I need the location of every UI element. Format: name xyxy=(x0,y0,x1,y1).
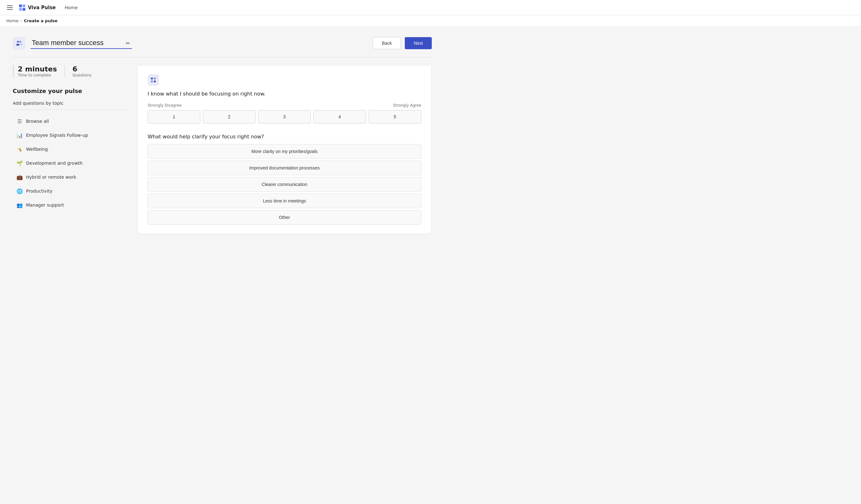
time-value: 2 minutes xyxy=(18,65,57,73)
svg-rect-3 xyxy=(23,8,25,11)
question2-text: What would help clarify your focus right… xyxy=(148,134,421,140)
productivity-icon: 🌐 xyxy=(16,188,23,194)
scale-labels: Strongly Disagree Strongly Agree xyxy=(148,103,421,108)
time-stat: 2 minutes Time to complete xyxy=(18,65,65,78)
topic-label-browse-all: Browse all xyxy=(26,119,49,124)
choice-btn-meetings[interactable]: Less time in meetings xyxy=(148,194,421,208)
customize-title: Customize your pulse xyxy=(13,88,127,94)
hybrid-icon: 💼 xyxy=(16,174,23,180)
scale-low-label: Strongly Disagree xyxy=(148,103,182,108)
people-icon xyxy=(16,40,23,47)
svg-rect-7 xyxy=(154,78,156,80)
questions-value: 6 xyxy=(72,65,92,73)
nav-home-link[interactable]: Home xyxy=(65,5,78,10)
topic-label-hybrid: Hybrid or remote work xyxy=(26,174,76,180)
topic-item-development[interactable]: 🌱 Development and growth xyxy=(13,157,127,169)
employee-signals-icon: 📊 xyxy=(16,132,23,138)
main-layout: 2 minutes Time to complete 6 Questions C… xyxy=(13,65,432,234)
page-content: ✏️ Back Next 2 minutes Time to complete … xyxy=(0,27,445,244)
questions-label: Questions xyxy=(72,73,92,78)
breadcrumb: Home › Create a pulse xyxy=(0,15,861,27)
svg-point-5 xyxy=(19,41,21,43)
next-button[interactable]: Next xyxy=(405,37,432,49)
scale-btn-1[interactable]: 1 xyxy=(148,110,200,124)
topic-label-productivity: Productivity xyxy=(26,188,52,194)
topic-item-wellbeing[interactable]: 🤸 Wellbeing xyxy=(13,143,127,155)
grid-icon xyxy=(150,77,156,83)
header-row: ✏️ Back Next xyxy=(13,37,432,50)
topic-divider xyxy=(13,110,127,110)
pulse-title-input[interactable] xyxy=(30,38,132,49)
back-button[interactable]: Back xyxy=(373,37,401,49)
scale-buttons: 1 2 3 4 5 xyxy=(148,110,421,124)
header-divider xyxy=(13,57,432,57)
breadcrumb-separator: › xyxy=(20,19,22,23)
choice-btn-communication[interactable]: Clearer communication xyxy=(148,177,421,192)
svg-rect-2 xyxy=(19,8,22,11)
choice-btn-priorities[interactable]: More clarity on my priorities/goals xyxy=(148,144,421,159)
question-card-icon xyxy=(148,74,159,86)
edit-icon: ✏️ xyxy=(126,40,130,46)
breadcrumb-current: Create a pulse xyxy=(24,18,57,23)
scale-btn-3[interactable]: 3 xyxy=(258,110,311,124)
topic-list: ☰ Browse all 📊 Employee Signals Follow-u… xyxy=(13,115,127,211)
time-label: Time to complete xyxy=(18,73,57,78)
top-navigation: Viva Pulse Home xyxy=(0,0,861,15)
scale-btn-2[interactable]: 2 xyxy=(203,110,256,124)
development-icon: 🌱 xyxy=(16,160,23,166)
scale-btn-4[interactable]: 4 xyxy=(313,110,366,124)
topic-section-label: Add questions by topic xyxy=(13,101,127,106)
svg-rect-6 xyxy=(151,78,153,80)
choice-list: More clarity on my priorities/goals Impr… xyxy=(148,144,421,225)
svg-point-4 xyxy=(17,41,19,43)
manager-support-icon: 👥 xyxy=(16,202,23,208)
svg-rect-9 xyxy=(154,81,156,83)
wellbeing-icon: 🤸 xyxy=(16,146,23,152)
breadcrumb-home[interactable]: Home xyxy=(6,18,18,23)
topic-label-manager-support: Manager support xyxy=(26,202,64,208)
questions-stat: 6 Questions xyxy=(72,65,99,78)
choice-btn-other[interactable]: Other xyxy=(148,210,421,225)
pulse-icon xyxy=(13,37,25,50)
topic-item-employee-signals[interactable]: 📊 Employee Signals Follow-up xyxy=(13,129,127,142)
app-logo: Viva Pulse xyxy=(18,4,56,11)
topic-label-wellbeing: Wellbeing xyxy=(26,146,48,152)
choice-btn-documentation[interactable]: Improved documentation processes xyxy=(148,160,421,175)
topic-item-hybrid[interactable]: 💼 Hybrid or remote work xyxy=(13,171,127,183)
app-name: Viva Pulse xyxy=(28,5,56,11)
browse-all-icon: ☰ xyxy=(16,118,23,124)
scale-btn-5[interactable]: 5 xyxy=(369,110,421,124)
topic-item-productivity[interactable]: 🌐 Productivity xyxy=(13,185,127,197)
svg-rect-0 xyxy=(19,4,22,7)
svg-rect-8 xyxy=(151,81,153,83)
topic-label-employee-signals: Employee Signals Follow-up xyxy=(26,133,88,138)
title-input-wrapper: ✏️ xyxy=(30,38,132,49)
viva-pulse-logo-icon xyxy=(18,4,26,11)
hamburger-menu[interactable] xyxy=(5,3,15,12)
stats-row: 2 minutes Time to complete 6 Questions xyxy=(13,65,127,78)
question1-text: I know what I should be focusing on righ… xyxy=(148,91,421,97)
svg-rect-1 xyxy=(23,4,25,7)
left-panel: 2 minutes Time to complete 6 Questions C… xyxy=(13,65,127,211)
topic-item-manager-support[interactable]: 👥 Manager support xyxy=(13,199,127,211)
right-panel: I know what I should be focusing on righ… xyxy=(137,65,432,234)
title-area: ✏️ xyxy=(13,37,132,50)
topic-item-browse-all[interactable]: ☰ Browse all xyxy=(13,115,127,128)
header-buttons: Back Next xyxy=(373,37,432,49)
topic-label-development: Development and growth xyxy=(26,160,83,166)
scale-high-label: Strongly Agree xyxy=(393,103,421,108)
